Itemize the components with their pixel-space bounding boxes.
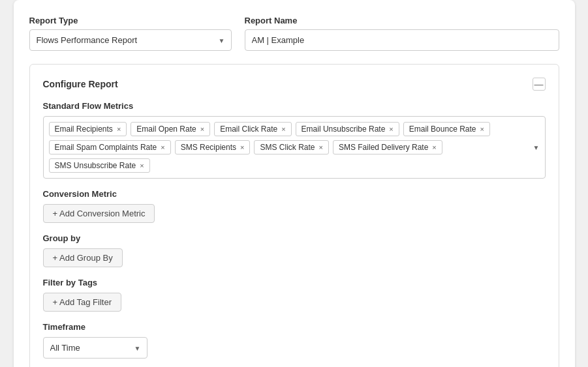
remove-email-bounce-rate-icon[interactable]: × — [480, 125, 484, 133]
filter-by-tags-section: Filter by Tags + Add Tag Filter — [43, 278, 546, 312]
outer-card: Report Type Flows Performance Report Cam… — [14, 0, 575, 367]
timeframe-label: Timeframe — [43, 322, 546, 332]
remove-email-recipients-icon[interactable]: × — [117, 125, 121, 133]
report-name-input[interactable] — [245, 29, 559, 51]
metric-tag-sms-unsubscribe-rate: SMS Unsubscribe Rate × — [49, 158, 150, 173]
remove-email-spam-complaints-icon[interactable]: × — [161, 143, 164, 151]
metric-tag-email-recipients: Email Recipients × — [49, 122, 127, 136]
report-name-group: Report Name — [245, 16, 559, 51]
filter-by-tags-label: Filter by Tags — [43, 278, 546, 287]
metric-tag-sms-failed-delivery-rate: SMS Failed Delivery Rate × — [333, 140, 442, 154]
metric-tag-email-spam-complaints-rate: Email Spam Complaints Rate × — [49, 140, 171, 154]
group-by-section: Group by + Add Group By — [43, 233, 546, 267]
add-tag-filter-button[interactable]: + Add Tag Filter — [43, 293, 121, 312]
metrics-dropdown-arrow-icon[interactable]: ▼ — [533, 144, 540, 151]
timeframe-select-wrapper: All Time Last 7 Days Last 30 Days Last 9… — [43, 337, 147, 359]
metric-tag-sms-click-rate: SMS Click Rate × — [254, 140, 328, 154]
report-type-group: Report Type Flows Performance Report Cam… — [29, 16, 232, 51]
report-type-label: Report Type — [29, 16, 232, 25]
metric-tag-email-open-rate: Email Open Rate × — [131, 122, 210, 136]
remove-email-open-rate-icon[interactable]: × — [200, 125, 204, 133]
remove-sms-failed-delivery-icon[interactable]: × — [432, 143, 436, 151]
remove-email-click-rate-icon[interactable]: × — [281, 125, 285, 133]
remove-sms-unsubscribe-rate-icon[interactable]: × — [140, 162, 144, 169]
metric-tag-email-click-rate: Email Click Rate × — [214, 122, 291, 136]
conversion-metric-section: Conversion Metric + Add Conversion Metri… — [43, 189, 546, 223]
group-by-label: Group by — [43, 233, 546, 243]
metric-tag-email-bounce-rate: Email Bounce Rate × — [403, 122, 490, 136]
timeframe-select[interactable]: All Time Last 7 Days Last 30 Days Last 9… — [43, 337, 147, 359]
collapse-icon: — — [534, 79, 544, 89]
top-row: Report Type Flows Performance Report Cam… — [29, 16, 559, 51]
standard-flow-metrics-section: Standard Flow Metrics Email Recipients ×… — [43, 101, 546, 179]
remove-email-unsubscribe-rate-icon[interactable]: × — [389, 125, 393, 133]
configure-report-title: Configure Report — [43, 79, 118, 89]
add-group-by-button[interactable]: + Add Group By — [43, 248, 123, 267]
report-type-select-wrapper: Flows Performance Report Campaign Perfor… — [29, 29, 232, 51]
collapse-button[interactable]: — — [533, 78, 546, 91]
metric-tag-email-unsubscribe-rate: Email Unsubscribe Rate × — [296, 122, 399, 136]
add-conversion-metric-button[interactable]: + Add Conversion Metric — [43, 204, 155, 223]
report-type-select[interactable]: Flows Performance Report Campaign Perfor… — [29, 29, 232, 51]
report-name-label: Report Name — [245, 16, 559, 25]
inner-card: Configure Report — Standard Flow Metrics… — [29, 64, 559, 367]
conversion-metric-label: Conversion Metric — [43, 189, 546, 199]
standard-flow-metrics-label: Standard Flow Metrics — [43, 101, 546, 111]
metric-tag-sms-recipients: SMS Recipients × — [175, 140, 251, 154]
remove-sms-recipients-icon[interactable]: × — [240, 143, 244, 151]
metrics-container: Email Recipients × Email Open Rate × Ema… — [43, 116, 546, 179]
remove-sms-click-rate-icon[interactable]: × — [319, 143, 323, 151]
inner-card-header: Configure Report — — [43, 78, 546, 91]
timeframe-section: Timeframe All Time Last 7 Days Last 30 D… — [43, 322, 546, 359]
